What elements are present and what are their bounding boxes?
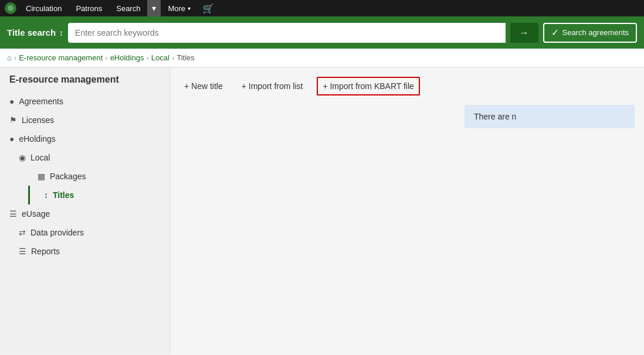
- sort-icon: ↕: [59, 28, 63, 37]
- licenses-icon: ⚑: [9, 115, 17, 125]
- sidebar-title: E-resource management: [0, 74, 170, 92]
- sidebar-item-eholdings[interactable]: ● eHoldings: [0, 129, 170, 148]
- local-icon: ◉: [19, 153, 26, 162]
- breadcrumb-titles: Titles: [177, 53, 195, 62]
- content-relative: + New title + Import from list + Import …: [179, 77, 635, 152]
- sidebar-item-label: Local: [30, 153, 50, 162]
- data-providers-icon: ⇄: [19, 228, 26, 237]
- search-agreements-button[interactable]: ✓ Search agreements: [543, 23, 637, 43]
- nav-item-patrons[interactable]: Patrons: [69, 0, 109, 16]
- sidebar: E-resource management ● Agreements ⚑ Lic…: [0, 67, 170, 354]
- breadcrumb: ⌂ › E-resource management › eHoldings › …: [0, 49, 644, 67]
- sidebar-item-local[interactable]: ◉ Local: [0, 148, 170, 167]
- sidebar-item-reports[interactable]: ☰ Reports: [0, 242, 170, 261]
- import-from-kbart-button[interactable]: + Import from KBART file: [317, 77, 419, 95]
- sidebar-item-label: Data providers: [30, 228, 84, 237]
- sidebar-item-label: Titles: [53, 190, 74, 200]
- svg-point-0: [8, 5, 13, 11]
- import-from-list-button[interactable]: + Import from list: [237, 78, 308, 94]
- breadcrumb-eholdings[interactable]: eHoldings: [110, 53, 144, 62]
- titles-icon: ↕: [44, 190, 48, 200]
- nav-dropdown[interactable]: ▾: [147, 0, 161, 16]
- content-body: There are n: [179, 105, 635, 152]
- reports-icon: ☰: [19, 247, 26, 256]
- nav-item-more[interactable]: More ▾: [161, 0, 198, 16]
- search-input[interactable]: [68, 23, 505, 43]
- sidebar-item-label: Packages: [50, 172, 86, 181]
- breadcrumb-e-resource[interactable]: E-resource management: [19, 53, 103, 62]
- info-banner: There are n: [465, 105, 635, 128]
- home-icon: ⌂: [7, 53, 12, 62]
- content-area: + New title + Import from list + Import …: [170, 67, 644, 354]
- search-button[interactable]: →: [510, 23, 538, 43]
- agreements-icon: ●: [9, 97, 14, 106]
- breadcrumb-home[interactable]: ⌂: [7, 53, 12, 62]
- top-navigation: Circulation Patrons Search ▾ More ▾ 🛒: [0, 0, 644, 16]
- action-row: + New title + Import from list + Import …: [179, 77, 635, 95]
- app-logo: [5, 2, 16, 14]
- sidebar-item-label: Agreements: [19, 97, 63, 106]
- sidebar-item-titles[interactable]: ↕ Titles: [35, 186, 170, 204]
- sidebar-item-agreements[interactable]: ● Agreements: [0, 92, 170, 111]
- sidebar-item-titles-wrapper: ↕ Titles: [28, 186, 170, 204]
- search-bar: Title search ↕ → ✓ Search agreements: [0, 16, 644, 49]
- sidebar-item-label: eUsage: [22, 209, 50, 219]
- sidebar-item-packages[interactable]: ▦ Packages: [28, 167, 170, 186]
- sidebar-item-label: eHoldings: [19, 134, 55, 144]
- main-layout: E-resource management ● Agreements ⚑ Lic…: [0, 67, 644, 354]
- new-title-button[interactable]: + New title: [179, 78, 228, 94]
- sidebar-item-packages-wrapper: ▦ Packages: [28, 167, 170, 186]
- sidebar-item-eusage[interactable]: ☰ eUsage: [0, 204, 170, 223]
- breadcrumb-local[interactable]: Local: [151, 53, 170, 62]
- sidebar-item-label: Reports: [31, 247, 60, 256]
- nav-item-search[interactable]: Search: [109, 0, 147, 16]
- eusage-icon: ☰: [9, 209, 17, 219]
- check-circle-icon: ✓: [551, 27, 559, 38]
- eholdings-icon: ●: [9, 134, 14, 144]
- packages-icon: ▦: [38, 172, 45, 181]
- sidebar-item-label: Licenses: [22, 115, 54, 125]
- sidebar-item-data-providers[interactable]: ⇄ Data providers: [0, 223, 170, 242]
- nav-item-circulation[interactable]: Circulation: [19, 0, 69, 16]
- cart-icon[interactable]: 🛒: [202, 3, 214, 14]
- sidebar-item-licenses[interactable]: ⚑ Licenses: [0, 111, 170, 129]
- title-search-label: Title search ↕: [7, 28, 63, 37]
